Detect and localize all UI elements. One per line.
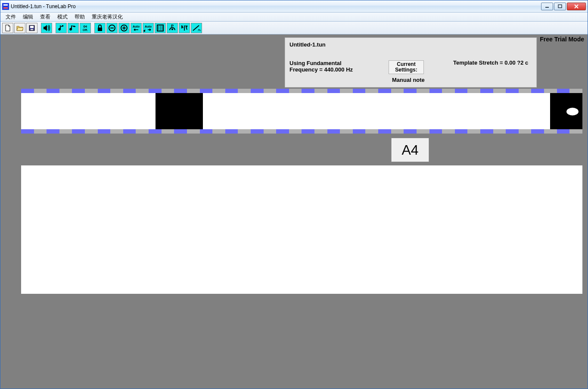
save-file-icon (28, 25, 35, 31)
workspace: Free Trial Mode Untitled-1.tun Using Fun… (0, 34, 588, 389)
speaker-icon (43, 24, 50, 32)
speaker-button[interactable] (41, 23, 52, 33)
menu-view[interactable]: 查看 (37, 12, 54, 22)
minimize-button[interactable] (541, 3, 553, 10)
lock-icon (96, 24, 103, 32)
toolbar: 0¢Off.AutoAutoP.TUN (0, 22, 588, 34)
svg-text:.TUN: .TUN (197, 29, 201, 31)
auto-right-icon: Auto (143, 24, 153, 32)
svg-rect-3 (30, 26, 34, 28)
current-settings-button[interactable]: Current Settings: (389, 60, 424, 74)
titlebar[interactable]: Untitled-1.tun - TuneLab Pro (0, 0, 588, 12)
tuning-curve-icon (180, 24, 188, 32)
filename-label: Untitled-1.tun (289, 41, 532, 48)
svg-point-21 (171, 28, 173, 30)
svg-text:Auto: Auto (133, 25, 140, 28)
note-next-icon (69, 24, 77, 32)
save-file-button[interactable] (26, 23, 37, 33)
auto-right-button[interactable]: Auto (143, 23, 154, 33)
phase-ticks-bottom (21, 129, 582, 134)
menu-help[interactable]: 帮助 (71, 12, 88, 22)
note-next-button[interactable] (68, 23, 79, 33)
app-window: Untitled-1.tun - TuneLab Pro 文件 编辑 查看 模式… (0, 0, 588, 389)
open-file-icon (16, 25, 23, 31)
phase-marker-left (156, 93, 203, 129)
svg-text:Off.: Off. (83, 28, 88, 31)
open-file-button[interactable] (14, 23, 25, 33)
new-file-icon (4, 25, 11, 31)
auto-left-icon: Auto (131, 24, 141, 32)
svg-rect-1 (558, 5, 562, 8)
maximize-button[interactable] (554, 3, 566, 10)
lock-button[interactable] (94, 23, 106, 33)
trial-mode-label: Free Trial Mode (540, 36, 584, 43)
svg-text:0¢: 0¢ (84, 25, 87, 28)
record-button[interactable]: P (167, 23, 178, 33)
manual-note-label: Manual note (392, 77, 425, 83)
phase-strip-inner (21, 93, 582, 129)
phase-marker-right (550, 93, 582, 129)
measure-icon (156, 24, 164, 32)
window-title: Untitled-1.tun - TuneLab Pro (11, 3, 76, 9)
spectrum-display[interactable] (21, 165, 582, 294)
note-prev-icon (57, 24, 65, 32)
zoom-in-button[interactable] (118, 23, 130, 33)
svg-text:Auto: Auto (145, 25, 152, 28)
offset-off-button[interactable]: 0¢Off. (80, 23, 91, 33)
menu-edit[interactable]: 编辑 (19, 12, 37, 22)
svg-rect-4 (31, 29, 33, 30)
phase-strip[interactable] (21, 89, 582, 134)
menu-file[interactable]: 文件 (2, 12, 19, 22)
menu-credit[interactable]: 重庆老蒋汉化 (88, 12, 126, 22)
svg-text:P: P (171, 24, 174, 28)
measure-button[interactable] (155, 23, 166, 33)
phase-ticks-top (21, 89, 582, 93)
offset-off-icon: 0¢Off. (81, 24, 90, 32)
info-panel: Untitled-1.tun Using Fundamental Frequen… (285, 37, 537, 87)
template-stretch-label: Template Stretch = 0.00 ?2 c (453, 59, 528, 66)
tuning-curve-button[interactable] (179, 23, 190, 33)
new-file-button[interactable] (2, 23, 13, 33)
record-icon: P (168, 24, 176, 32)
menubar: 文件 编辑 查看 模式 帮助 重庆老蒋汉化 (0, 12, 588, 22)
current-note-display[interactable]: A4 (391, 138, 429, 162)
note-prev-button[interactable] (56, 23, 67, 33)
close-button[interactable] (567, 3, 586, 10)
app-icon (2, 3, 9, 10)
svg-marker-6 (74, 25, 76, 27)
zoom-out-button[interactable] (106, 23, 118, 33)
auto-left-button[interactable]: Auto (131, 23, 142, 33)
menu-mode[interactable]: 模式 (54, 12, 71, 22)
tun-file-icon: .TUN (192, 24, 201, 32)
svg-rect-9 (98, 28, 102, 31)
zoom-in-icon (120, 24, 128, 32)
window-controls (541, 3, 586, 10)
tun-file-button[interactable]: .TUN (191, 23, 202, 33)
zoom-out-icon (108, 24, 116, 32)
